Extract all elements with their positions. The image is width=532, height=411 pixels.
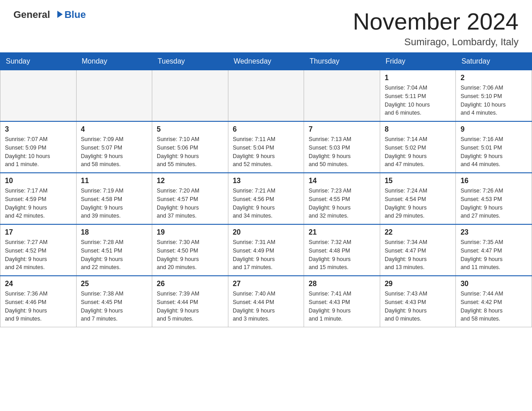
calendar-cell: 21Sunrise: 7:32 AMSunset: 4:48 PMDayligh… bbox=[304, 224, 380, 276]
day-number: 3 bbox=[5, 125, 72, 133]
header-thursday: Thursday bbox=[304, 53, 380, 70]
day-number: 23 bbox=[460, 228, 527, 236]
page-header: General Blue November 2024 Sumirago, Lom… bbox=[0, 0, 532, 52]
day-info: Sunrise: 7:30 AMSunset: 4:50 PMDaylight:… bbox=[157, 238, 223, 272]
calendar-cell: 10Sunrise: 7:17 AMSunset: 4:59 PMDayligh… bbox=[0, 173, 77, 224]
calendar-cell: 27Sunrise: 7:40 AMSunset: 4:44 PMDayligh… bbox=[228, 276, 304, 327]
title-area: November 2024 Sumirago, Lombardy, Italy bbox=[353, 9, 519, 48]
day-number: 22 bbox=[385, 228, 451, 236]
weekday-header-row: Sunday Monday Tuesday Wednesday Thursday… bbox=[0, 53, 532, 70]
day-info: Sunrise: 7:24 AMSunset: 4:54 PMDaylight:… bbox=[385, 187, 451, 220]
logo-flag-icon bbox=[51, 10, 64, 20]
calendar-cell: 11Sunrise: 7:19 AMSunset: 4:58 PMDayligh… bbox=[76, 173, 152, 224]
day-number: 11 bbox=[81, 177, 148, 185]
calendar-cell: 4Sunrise: 7:09 AMSunset: 5:07 PMDaylight… bbox=[76, 121, 152, 173]
day-number: 18 bbox=[81, 228, 148, 236]
day-info: Sunrise: 7:26 AMSunset: 4:53 PMDaylight:… bbox=[460, 187, 527, 220]
calendar-cell: 24Sunrise: 7:36 AMSunset: 4:46 PMDayligh… bbox=[0, 276, 77, 327]
day-info: Sunrise: 7:13 AMSunset: 5:03 PMDaylight:… bbox=[309, 135, 375, 169]
calendar-cell bbox=[152, 70, 228, 122]
day-info: Sunrise: 7:10 AMSunset: 5:06 PMDaylight:… bbox=[157, 135, 223, 169]
logo: General Blue bbox=[13, 9, 86, 21]
day-number: 21 bbox=[309, 228, 375, 236]
day-number: 6 bbox=[233, 125, 300, 133]
calendar-cell: 26Sunrise: 7:39 AMSunset: 4:44 PMDayligh… bbox=[152, 276, 228, 327]
day-info: Sunrise: 7:04 AMSunset: 5:11 PMDaylight:… bbox=[385, 84, 451, 117]
week-row-4: 17Sunrise: 7:27 AMSunset: 4:52 PMDayligh… bbox=[0, 224, 532, 276]
calendar-cell: 8Sunrise: 7:14 AMSunset: 5:02 PMDaylight… bbox=[380, 121, 455, 173]
day-number: 12 bbox=[157, 177, 223, 185]
header-tuesday: Tuesday bbox=[152, 53, 228, 70]
day-number: 15 bbox=[385, 177, 451, 185]
day-number: 26 bbox=[157, 280, 223, 288]
day-number: 1 bbox=[385, 74, 451, 82]
day-number: 27 bbox=[233, 280, 300, 288]
day-info: Sunrise: 7:44 AMSunset: 4:42 PMDaylight:… bbox=[460, 290, 527, 323]
day-number: 20 bbox=[233, 228, 300, 236]
month-title: November 2024 bbox=[353, 9, 519, 34]
day-info: Sunrise: 7:39 AMSunset: 4:44 PMDaylight:… bbox=[157, 290, 223, 323]
day-number: 8 bbox=[385, 125, 451, 133]
day-info: Sunrise: 7:07 AMSunset: 5:09 PMDaylight:… bbox=[5, 135, 72, 169]
day-number: 24 bbox=[5, 280, 72, 288]
day-number: 4 bbox=[81, 125, 148, 133]
day-number: 2 bbox=[460, 74, 527, 82]
logo-blue-text: Blue bbox=[64, 9, 86, 21]
day-info: Sunrise: 7:23 AMSunset: 4:55 PMDaylight:… bbox=[309, 187, 375, 220]
day-info: Sunrise: 7:31 AMSunset: 4:49 PMDaylight:… bbox=[233, 238, 300, 272]
day-info: Sunrise: 7:35 AMSunset: 4:47 PMDaylight:… bbox=[460, 238, 527, 272]
calendar-table: Sunday Monday Tuesday Wednesday Thursday… bbox=[0, 52, 532, 327]
calendar-cell: 28Sunrise: 7:41 AMSunset: 4:43 PMDayligh… bbox=[304, 276, 380, 327]
day-info: Sunrise: 7:21 AMSunset: 4:56 PMDaylight:… bbox=[233, 187, 300, 220]
day-info: Sunrise: 7:17 AMSunset: 4:59 PMDaylight:… bbox=[5, 187, 72, 220]
day-info: Sunrise: 7:43 AMSunset: 4:43 PMDaylight:… bbox=[385, 290, 451, 323]
calendar-cell: 30Sunrise: 7:44 AMSunset: 4:42 PMDayligh… bbox=[456, 276, 532, 327]
day-number: 10 bbox=[5, 177, 72, 185]
calendar-cell: 6Sunrise: 7:11 AMSunset: 5:04 PMDaylight… bbox=[228, 121, 304, 173]
header-wednesday: Wednesday bbox=[228, 53, 304, 70]
header-saturday: Saturday bbox=[456, 53, 532, 70]
day-number: 25 bbox=[81, 280, 148, 288]
day-number: 14 bbox=[309, 177, 375, 185]
day-info: Sunrise: 7:41 AMSunset: 4:43 PMDaylight:… bbox=[309, 290, 375, 323]
calendar-cell: 22Sunrise: 7:34 AMSunset: 4:47 PMDayligh… bbox=[380, 224, 455, 276]
day-number: 28 bbox=[309, 280, 375, 288]
calendar-cell: 1Sunrise: 7:04 AMSunset: 5:11 PMDaylight… bbox=[380, 70, 455, 122]
calendar-cell bbox=[304, 70, 380, 122]
calendar-cell: 2Sunrise: 7:06 AMSunset: 5:10 PMDaylight… bbox=[456, 70, 532, 122]
day-info: Sunrise: 7:36 AMSunset: 4:46 PMDaylight:… bbox=[5, 290, 72, 323]
calendar-cell: 15Sunrise: 7:24 AMSunset: 4:54 PMDayligh… bbox=[380, 173, 455, 224]
day-info: Sunrise: 7:40 AMSunset: 4:44 PMDaylight:… bbox=[233, 290, 300, 323]
day-info: Sunrise: 7:16 AMSunset: 5:01 PMDaylight:… bbox=[460, 135, 527, 169]
calendar-cell bbox=[76, 70, 152, 122]
svg-marker-0 bbox=[57, 11, 63, 18]
calendar-cell: 7Sunrise: 7:13 AMSunset: 5:03 PMDaylight… bbox=[304, 121, 380, 173]
week-row-3: 10Sunrise: 7:17 AMSunset: 4:59 PMDayligh… bbox=[0, 173, 532, 224]
header-friday: Friday bbox=[380, 53, 455, 70]
day-number: 16 bbox=[460, 177, 527, 185]
calendar-cell: 18Sunrise: 7:28 AMSunset: 4:51 PMDayligh… bbox=[76, 224, 152, 276]
calendar-cell: 25Sunrise: 7:38 AMSunset: 4:45 PMDayligh… bbox=[76, 276, 152, 327]
header-monday: Monday bbox=[76, 53, 152, 70]
calendar-cell bbox=[0, 70, 77, 122]
day-info: Sunrise: 7:19 AMSunset: 4:58 PMDaylight:… bbox=[81, 187, 148, 220]
calendar-cell: 29Sunrise: 7:43 AMSunset: 4:43 PMDayligh… bbox=[380, 276, 455, 327]
day-info: Sunrise: 7:11 AMSunset: 5:04 PMDaylight:… bbox=[233, 135, 300, 169]
day-info: Sunrise: 7:06 AMSunset: 5:10 PMDaylight:… bbox=[460, 84, 527, 117]
week-row-2: 3Sunrise: 7:07 AMSunset: 5:09 PMDaylight… bbox=[0, 121, 532, 173]
calendar-cell: 13Sunrise: 7:21 AMSunset: 4:56 PMDayligh… bbox=[228, 173, 304, 224]
calendar-cell bbox=[228, 70, 304, 122]
day-info: Sunrise: 7:34 AMSunset: 4:47 PMDaylight:… bbox=[385, 238, 451, 272]
day-info: Sunrise: 7:27 AMSunset: 4:52 PMDaylight:… bbox=[5, 238, 72, 272]
day-info: Sunrise: 7:09 AMSunset: 5:07 PMDaylight:… bbox=[81, 135, 148, 169]
week-row-1: 1Sunrise: 7:04 AMSunset: 5:11 PMDaylight… bbox=[0, 70, 532, 122]
calendar-cell: 16Sunrise: 7:26 AMSunset: 4:53 PMDayligh… bbox=[456, 173, 532, 224]
location-subtitle: Sumirago, Lombardy, Italy bbox=[353, 36, 519, 48]
day-info: Sunrise: 7:20 AMSunset: 4:57 PMDaylight:… bbox=[157, 187, 223, 220]
day-info: Sunrise: 7:38 AMSunset: 4:45 PMDaylight:… bbox=[81, 290, 148, 323]
day-number: 13 bbox=[233, 177, 300, 185]
day-number: 19 bbox=[157, 228, 223, 236]
calendar-cell: 19Sunrise: 7:30 AMSunset: 4:50 PMDayligh… bbox=[152, 224, 228, 276]
calendar-cell: 5Sunrise: 7:10 AMSunset: 5:06 PMDaylight… bbox=[152, 121, 228, 173]
calendar-cell: 9Sunrise: 7:16 AMSunset: 5:01 PMDaylight… bbox=[456, 121, 532, 173]
